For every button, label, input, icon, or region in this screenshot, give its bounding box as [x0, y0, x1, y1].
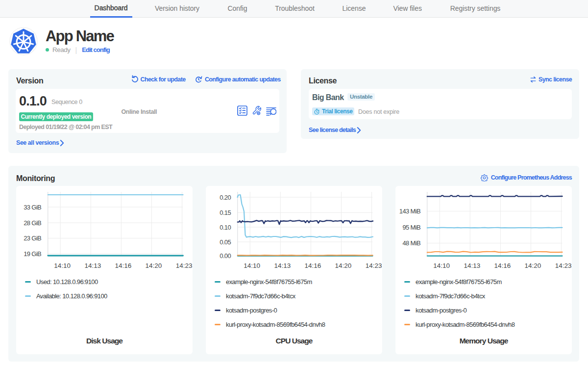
- svg-text:14:23: 14:23: [555, 262, 572, 269]
- svg-text:14:20: 14:20: [525, 262, 541, 269]
- svg-text:14:16: 14:16: [305, 262, 321, 269]
- svg-text:0.20: 0.20: [220, 194, 231, 201]
- svg-text:14:13: 14:13: [84, 262, 101, 269]
- svg-text:14:10: 14:10: [244, 262, 260, 269]
- svg-text:14:10: 14:10: [433, 262, 450, 269]
- svg-text:14:20: 14:20: [335, 262, 352, 269]
- svg-text:23 GiB: 23 GiB: [24, 235, 41, 242]
- svg-text:14:16: 14:16: [115, 262, 132, 269]
- svg-text:14:20: 14:20: [146, 262, 162, 269]
- svg-text:14:23: 14:23: [366, 262, 382, 269]
- svg-text:95 MiB: 95 MiB: [402, 224, 420, 231]
- svg-text:14:13: 14:13: [464, 262, 480, 269]
- svg-text:14:23: 14:23: [176, 262, 193, 269]
- svg-text:0.10: 0.10: [220, 224, 231, 231]
- svg-text:28 GiB: 28 GiB: [24, 219, 41, 227]
- svg-text:143 MiB: 143 MiB: [399, 208, 420, 215]
- svg-text:19 GiB: 19 GiB: [24, 250, 41, 258]
- svg-text:0.00: 0.00: [220, 252, 231, 260]
- svg-text:14:10: 14:10: [54, 262, 71, 269]
- svg-text:0.15: 0.15: [220, 209, 231, 216]
- svg-text:14:13: 14:13: [274, 262, 291, 269]
- svg-text:33 GiB: 33 GiB: [24, 204, 41, 211]
- svg-text:14:16: 14:16: [494, 262, 511, 269]
- svg-text:48 MiB: 48 MiB: [402, 239, 420, 247]
- svg-text:0.05: 0.05: [220, 238, 231, 246]
